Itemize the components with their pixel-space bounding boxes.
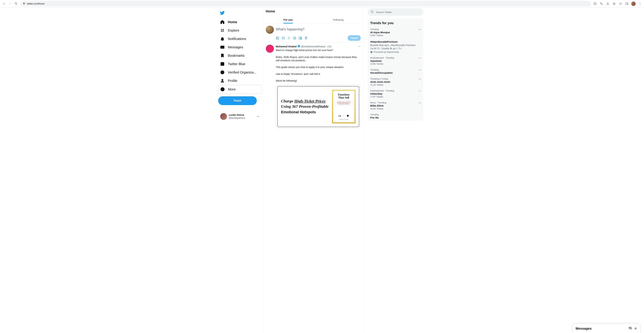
sidebar-item-verified-orgs[interactable]: Verified Organiza... bbox=[218, 68, 262, 77]
sidebar: Home Explore Notifications Messages Book… bbox=[217, 8, 263, 333]
expand-up-icon[interactable] bbox=[634, 326, 637, 330]
book-graphic: EmotionsThat Sell 367 EMOTIONAL HOTSPOTS… bbox=[332, 90, 356, 123]
reload-icon[interactable] bbox=[14, 2, 18, 6]
envelope-icon bbox=[220, 45, 224, 49]
trend-more-icon[interactable]: ··· bbox=[418, 57, 421, 60]
compose-avatar[interactable] bbox=[266, 26, 274, 34]
svg-point-15 bbox=[293, 37, 296, 39]
share-icon[interactable] bbox=[606, 2, 610, 6]
compose-input[interactable]: What's happening? bbox=[276, 26, 361, 35]
trend-item[interactable]: Trending Fox Na bbox=[368, 112, 423, 121]
svg-point-3 bbox=[640, 3, 640, 4]
media-icon[interactable] bbox=[276, 37, 279, 40]
sidebar-item-label: Verified Organiza... bbox=[228, 71, 256, 74]
gif-icon[interactable] bbox=[282, 37, 285, 40]
tweet-avatar[interactable] bbox=[266, 45, 274, 53]
bell-icon bbox=[220, 37, 224, 41]
trend-item[interactable]: Entertainment · Trending Aquaman 15.6K T… bbox=[368, 55, 423, 67]
twitter-blue-icon bbox=[220, 62, 224, 66]
right-column: Trends for you Trending Al-Aqsa Mosque 4… bbox=[364, 8, 427, 333]
side-panel-icon[interactable] bbox=[625, 2, 629, 6]
sidebar-item-label: More bbox=[228, 88, 236, 91]
bookmark-icon bbox=[220, 53, 224, 58]
trends-panel: Trends for you Trending Al-Aqsa Mosque 4… bbox=[368, 19, 423, 121]
tweet-text: Want to charge high-ticket prices but no… bbox=[276, 49, 361, 83]
trend-item[interactable]: Trending #IsraeliOccupation ··· bbox=[368, 67, 423, 76]
tweet-time[interactable]: 21h bbox=[327, 45, 332, 48]
account-name: Leslie Peirce bbox=[229, 114, 255, 117]
sidebar-item-label: Home bbox=[228, 20, 237, 24]
trend-item[interactable]: Trending in Turkey Amin Amin Amin 71.1K … bbox=[368, 76, 423, 88]
sidebar-item-home[interactable]: Home bbox=[218, 18, 262, 26]
trend-more-icon[interactable]: ··· bbox=[418, 69, 421, 72]
trend-item[interactable]: Trending Al-Aqsa Mosque 4,687 Tweets ··· bbox=[368, 26, 423, 38]
search-input[interactable] bbox=[376, 11, 420, 14]
sidebar-item-twitter-blue[interactable]: Twitter Blue bbox=[218, 60, 262, 68]
account-switcher[interactable]: Leslie Peirce @lesliepeirce1 ··· bbox=[218, 112, 262, 121]
tweet-author[interactable]: Mohamed Khaled bbox=[276, 45, 297, 48]
trend-more-icon[interactable]: ··· bbox=[418, 90, 421, 93]
home-icon bbox=[220, 20, 224, 24]
person-icon bbox=[220, 79, 224, 83]
browser-profile-avatar[interactable] bbox=[631, 2, 636, 6]
reading-list-icon[interactable] bbox=[618, 2, 622, 6]
sidebar-item-more[interactable]: More bbox=[218, 85, 262, 94]
sidebar-item-profile[interactable]: Profile bbox=[218, 77, 262, 85]
twitter-logo-icon[interactable] bbox=[218, 9, 262, 18]
tab-following[interactable]: Following bbox=[313, 16, 364, 24]
account-handle: @lesliepeirce1 bbox=[229, 117, 255, 120]
trend-more-icon[interactable]: ··· bbox=[418, 101, 421, 104]
svg-point-2 bbox=[640, 3, 640, 3]
sidebar-item-notifications[interactable]: Notifications bbox=[218, 35, 262, 43]
sidebar-item-messages[interactable]: Messages bbox=[218, 43, 262, 51]
bookmark-star-icon[interactable] bbox=[612, 2, 616, 6]
translate-icon[interactable] bbox=[600, 2, 604, 6]
tweet-button[interactable]: Tweet bbox=[218, 96, 257, 105]
svg-point-4 bbox=[640, 4, 640, 5]
browser-chrome: twitter.com/home bbox=[0, 0, 644, 8]
svg-point-16 bbox=[294, 38, 294, 38]
new-message-icon[interactable] bbox=[628, 326, 632, 330]
compose-tweet: What's happening? Tweet bbox=[263, 24, 364, 43]
sidebar-item-label: Messages bbox=[228, 45, 243, 49]
tweet-image[interactable]: Charge High-Ticket Prices Using 367 Prov… bbox=[276, 85, 361, 129]
kebab-menu-icon[interactable] bbox=[638, 2, 642, 6]
sidebar-item-label: Explore bbox=[228, 29, 239, 32]
tweet-image-headline: Charge High-Ticket Prices Using 367 Prov… bbox=[281, 98, 330, 115]
back-icon[interactable] bbox=[2, 2, 6, 6]
sidebar-item-bookmarks[interactable]: Bookmarks bbox=[218, 51, 262, 60]
tweet[interactable]: Mohamed Khaled @imMohamedKhaled · 21h ··… bbox=[263, 43, 364, 131]
emoji-icon[interactable] bbox=[293, 37, 296, 40]
svg-rect-1 bbox=[626, 3, 628, 5]
messages-dock-title: Messages bbox=[576, 327, 626, 330]
trend-item[interactable]: #HepsiburadaPremium Burada fiyat aynı, H… bbox=[368, 38, 423, 55]
tweet-handle[interactable]: @imMohamedKhaled bbox=[301, 45, 325, 48]
forward-icon[interactable] bbox=[8, 2, 12, 6]
svg-point-9 bbox=[221, 89, 222, 90]
svg-point-17 bbox=[295, 38, 295, 38]
tab-for-you[interactable]: For you bbox=[263, 16, 313, 24]
trend-item[interactable]: Music · Trending Billie Eilish 10.9K Twe… bbox=[368, 100, 423, 112]
ellipsis-icon: ··· bbox=[257, 115, 260, 118]
poll-icon[interactable] bbox=[287, 37, 291, 40]
svg-point-11 bbox=[223, 89, 224, 90]
tweet-more-icon[interactable]: ··· bbox=[358, 45, 361, 48]
install-icon[interactable] bbox=[593, 2, 597, 6]
lock-icon bbox=[23, 2, 25, 5]
main-column: Home For you Following What's happening?… bbox=[263, 8, 364, 333]
trend-more-icon[interactable]: ··· bbox=[418, 28, 421, 31]
svg-point-10 bbox=[222, 89, 222, 90]
messages-dock[interactable]: Messages bbox=[573, 324, 640, 333]
schedule-icon[interactable] bbox=[299, 37, 302, 40]
sidebar-item-label: Bookmarks bbox=[228, 54, 245, 58]
compose-submit-button[interactable]: Tweet bbox=[348, 35, 360, 41]
hash-icon bbox=[220, 28, 224, 33]
url-bar[interactable]: twitter.com/home bbox=[20, 1, 591, 6]
arrow-icon bbox=[0, 328, 2, 333]
search-box[interactable] bbox=[368, 9, 423, 16]
trend-more-icon[interactable]: ··· bbox=[418, 78, 421, 81]
location-icon[interactable] bbox=[304, 37, 308, 40]
sidebar-item-label: Twitter Blue bbox=[228, 62, 245, 66]
sidebar-item-explore[interactable]: Explore bbox=[218, 26, 262, 35]
trend-item[interactable]: Entertainment · Trending #AlienDay 1,707… bbox=[368, 88, 423, 100]
